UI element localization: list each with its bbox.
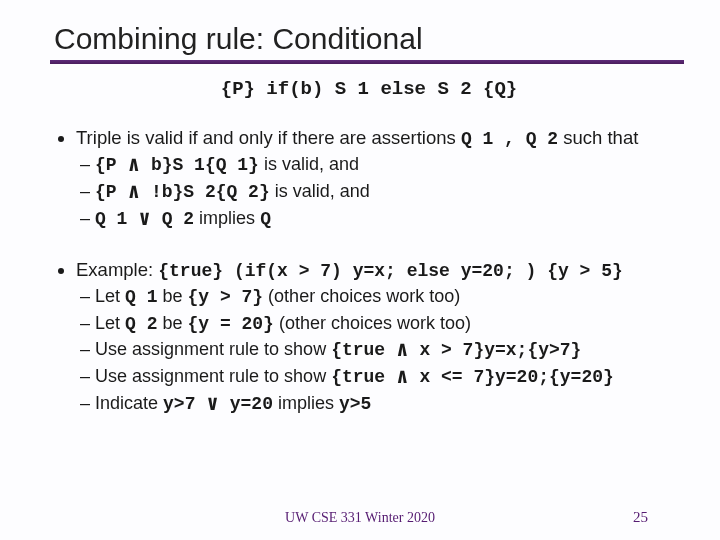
hoare-triple: {P} if(b) S 1 else S 2 {Q} — [54, 78, 684, 100]
sub1a-1: {P — [95, 155, 127, 175]
sub2b-2: Q 2 — [125, 314, 157, 334]
page-number: 25 — [633, 509, 648, 526]
bullet-list: Triple is valid if and only if there are… — [54, 126, 684, 417]
and-icon: ∧ — [127, 181, 140, 204]
sub2b-5: (other choices work too) — [274, 313, 471, 333]
sub1a: {P ∧ b}S 1{Q 1} is valid, and — [98, 153, 684, 178]
sub2e: Indicate y>7 ∨ y=20 implies y>5 — [98, 392, 684, 417]
sub2a-4: {y > 7} — [187, 287, 263, 307]
sub2a-1: Let — [95, 286, 125, 306]
bullet2-text-a: Example: — [76, 259, 158, 280]
sub2c: Use assignment rule to show {true ∧ x > … — [98, 338, 684, 363]
sub2b-1: Let — [95, 313, 125, 333]
divider — [50, 60, 684, 64]
sub2e-3: y=20 — [219, 394, 273, 414]
bullet2-code: {true} (if(x > 7) y=x; else y=20; ) {y >… — [158, 261, 622, 281]
sub1b-2: !b}S 2{Q 2} — [140, 182, 270, 202]
sub1c-4: Q — [260, 209, 271, 229]
sub2b-3: be — [157, 313, 187, 333]
sub2a-3: be — [157, 286, 187, 306]
sub2b: Let Q 2 be {y = 20} (other choices work … — [98, 312, 684, 337]
sub2a-2: Q 1 — [125, 287, 157, 307]
sub1b-1: {P — [95, 182, 127, 202]
sub1b: {P ∧ !b}S 2{Q 2} is valid, and — [98, 180, 684, 205]
page-title: Combining rule: Conditional — [54, 22, 684, 56]
sub2d-2: {true — [331, 367, 396, 387]
footer-text: UW CSE 331 Winter 2020 — [0, 510, 720, 526]
sub1a-2: b}S 1{Q 1} — [140, 155, 259, 175]
sub2c-3: x > 7}y=x;{y>7} — [409, 340, 582, 360]
bullet1-text-a: Triple is valid if and only if there are… — [76, 127, 461, 148]
or-icon: ∨ — [138, 208, 151, 231]
sub2e-2: y>7 — [163, 394, 206, 414]
sub2e-5: y>5 — [339, 394, 371, 414]
sublist-2: Let Q 1 be {y > 7} (other choices work t… — [76, 285, 684, 417]
sub1c: Q 1 ∨ Q 2 implies Q — [98, 207, 684, 232]
and-icon: ∧ — [127, 154, 140, 177]
sub1c-1: Q 1 — [95, 209, 138, 229]
sub2b-4: {y = 20} — [187, 314, 273, 334]
sub2c-2: {true — [331, 340, 396, 360]
sub2c-1: Use assignment rule to show — [95, 339, 331, 359]
sublist-1: {P ∧ b}S 1{Q 1} is valid, and {P ∧ !b}S … — [76, 153, 684, 231]
or-icon: ∨ — [206, 393, 219, 416]
sub2e-1: Indicate — [95, 393, 163, 413]
sub1a-3: is valid, and — [259, 154, 359, 174]
sub2a-5: (other choices work too) — [263, 286, 460, 306]
slide-content: Combining rule: Conditional {P} if(b) S … — [0, 0, 720, 540]
and-icon: ∧ — [396, 339, 409, 362]
bullet-2: Example: {true} (if(x > 7) y=x; else y=2… — [76, 258, 684, 417]
q1q2: Q 1 , Q 2 — [461, 129, 558, 149]
sub2d-1: Use assignment rule to show — [95, 366, 331, 386]
sub1b-3: is valid, and — [270, 181, 370, 201]
sub2d-3: x <= 7}y=20;{y=20} — [409, 367, 614, 387]
sub2e-4: implies — [273, 393, 339, 413]
sub1c-2: Q 2 — [151, 209, 194, 229]
bullet-1: Triple is valid if and only if there are… — [76, 126, 684, 232]
and-icon: ∧ — [396, 366, 409, 389]
sub2a: Let Q 1 be {y > 7} (other choices work t… — [98, 285, 684, 310]
sub1c-3: implies — [194, 208, 260, 228]
sub2d: Use assignment rule to show {true ∧ x <=… — [98, 365, 684, 390]
bullet1-text-b: such that — [558, 127, 638, 148]
